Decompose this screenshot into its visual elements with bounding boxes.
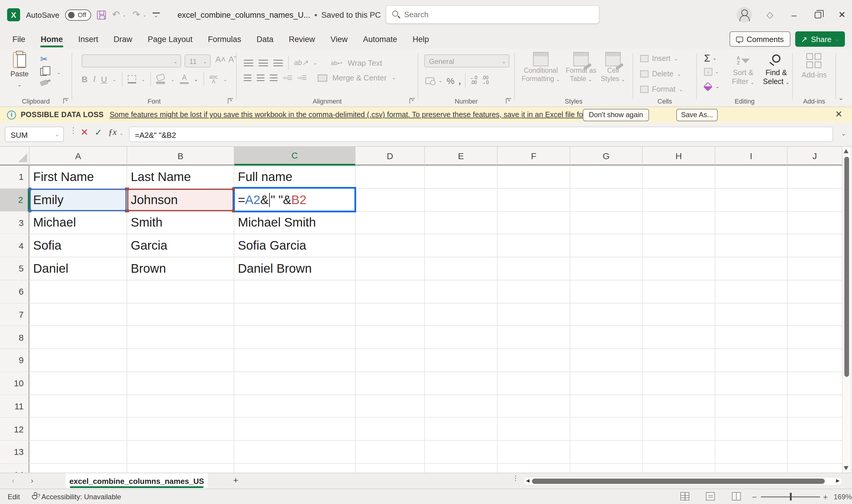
cell-g11[interactable] xyxy=(570,395,642,418)
customize-quick-access-icon[interactable]: ⌄ xyxy=(152,12,160,17)
cell-b11[interactable] xyxy=(127,395,234,418)
column-header-g[interactable]: G xyxy=(570,147,642,166)
middle-align-icon[interactable] xyxy=(258,59,268,66)
cell-j1[interactable] xyxy=(787,166,842,189)
restore-button[interactable] xyxy=(815,12,821,18)
cell-b3[interactable]: Smith xyxy=(127,212,234,235)
percent-style-button[interactable]: % xyxy=(447,75,454,86)
cell-j10[interactable] xyxy=(787,372,842,395)
cell-a3[interactable]: Michael xyxy=(30,212,127,235)
select-all-button[interactable] xyxy=(0,147,30,166)
cell-b2[interactable]: Johnson xyxy=(127,189,234,212)
cell-d2[interactable] xyxy=(356,189,425,212)
accounting-format-icon[interactable] xyxy=(425,77,434,84)
cell-f3[interactable] xyxy=(497,212,570,235)
cell-h5[interactable] xyxy=(642,257,715,281)
cell-i11[interactable] xyxy=(715,395,787,418)
cell-b12[interactable] xyxy=(127,418,234,441)
row-header-9[interactable]: 9 xyxy=(0,349,30,372)
cell-j2[interactable] xyxy=(787,189,842,212)
cell-c3[interactable]: Michael Smith xyxy=(234,212,356,235)
sheet-tab-active[interactable]: excel_combine_columns_names_US xyxy=(66,473,208,489)
cell-d4[interactable] xyxy=(356,235,425,258)
cell-f10[interactable] xyxy=(497,372,570,395)
cell-g7[interactable] xyxy=(570,303,642,326)
saved-status[interactable]: Saved to this PC xyxy=(321,10,381,19)
copy-chevron-icon[interactable]: ⌄ xyxy=(57,70,61,75)
merge-center-button[interactable]: Merge & Center xyxy=(332,73,387,82)
tab-automate[interactable]: Automate xyxy=(355,30,405,49)
horizontal-scroll-thumb[interactable] xyxy=(532,479,825,484)
clear-icon[interactable] xyxy=(703,82,712,91)
cell-g6[interactable] xyxy=(570,281,642,304)
format-cells-button[interactable]: Format⌄ xyxy=(640,85,683,93)
tab-draw[interactable]: Draw xyxy=(106,30,140,49)
cell-a11[interactable] xyxy=(30,395,127,418)
tab-data[interactable]: Data xyxy=(249,30,281,49)
format-painter-icon[interactable] xyxy=(40,79,49,86)
comments-button[interactable]: Comments xyxy=(729,31,791,47)
cell-j6[interactable] xyxy=(787,281,842,304)
cell-h9[interactable] xyxy=(642,349,715,372)
cell-d11[interactable] xyxy=(356,395,425,418)
row-header-6[interactable]: 6 xyxy=(0,281,30,304)
cell-i6[interactable] xyxy=(715,281,787,304)
cell-h11[interactable] xyxy=(642,395,715,418)
top-align-icon[interactable] xyxy=(244,59,253,66)
cell-i3[interactable] xyxy=(715,212,787,235)
page-break-view-button[interactable] xyxy=(732,492,741,501)
find-select-button[interactable]: Find & Select ⌄ xyxy=(761,53,792,87)
cell-g8[interactable] xyxy=(570,326,642,349)
row-header-5[interactable]: 5 xyxy=(0,257,30,281)
formula-bar-drag-handle[interactable]: ⋮ xyxy=(69,127,77,134)
cell-a9[interactable] xyxy=(30,349,127,372)
row-header-11[interactable]: 11 xyxy=(0,395,30,418)
bold-button[interactable]: B xyxy=(81,74,88,84)
tab-home[interactable]: Home xyxy=(33,30,71,49)
row-header-1[interactable]: 1 xyxy=(0,166,30,189)
cell-d13[interactable] xyxy=(356,441,425,464)
search-input[interactable] xyxy=(404,10,570,19)
enter-icon[interactable]: ✓ xyxy=(95,128,102,137)
scroll-down-icon[interactable] xyxy=(844,466,849,470)
tab-file[interactable]: File xyxy=(5,30,33,49)
font-name-select[interactable]: ⌄ xyxy=(81,54,181,68)
row-header-14[interactable]: 14 xyxy=(0,464,30,473)
cell-e11[interactable] xyxy=(425,395,497,418)
cell-e10[interactable] xyxy=(425,372,497,395)
cell-d7[interactable] xyxy=(356,303,425,326)
close-button[interactable]: ✕ xyxy=(835,10,849,20)
redo-icon[interactable]: ↷ xyxy=(132,10,140,19)
insert-function-chevron-icon[interactable]: ⌄ xyxy=(120,131,123,136)
align-center-icon[interactable] xyxy=(257,74,265,81)
cell-b1[interactable]: Last Name xyxy=(127,166,234,189)
cell-e13[interactable] xyxy=(425,441,497,464)
cell-d5[interactable] xyxy=(356,257,425,281)
cell-c11[interactable] xyxy=(234,395,356,418)
cell-g9[interactable] xyxy=(570,349,642,372)
cell-c12[interactable] xyxy=(234,418,356,441)
cell-e9[interactable] xyxy=(425,349,497,372)
cell-f14[interactable] xyxy=(497,464,570,473)
fill-chevron-icon[interactable]: ⌄ xyxy=(715,69,719,74)
tab-review[interactable]: Review xyxy=(281,30,323,49)
increase-font-size-button[interactable]: A˄ xyxy=(215,54,226,64)
name-box[interactable]: SUM ⌄ xyxy=(5,127,64,142)
cell-g12[interactable] xyxy=(570,418,642,441)
cell-j11[interactable] xyxy=(787,395,842,418)
italic-button[interactable]: I xyxy=(93,74,95,84)
cell-j9[interactable] xyxy=(787,349,842,372)
cell-e2[interactable] xyxy=(425,189,497,212)
column-header-i[interactable]: I xyxy=(715,147,787,166)
cell-f4[interactable] xyxy=(497,235,570,258)
undo-chevron-icon[interactable]: ⌄ xyxy=(123,12,126,17)
cell-f5[interactable] xyxy=(497,257,570,281)
conditional-formatting-button[interactable]: Conditional Formatting ⌄ xyxy=(521,52,561,84)
cancel-icon[interactable]: ✕ xyxy=(80,128,88,137)
cell-f13[interactable] xyxy=(497,441,570,464)
cell-j14[interactable] xyxy=(787,464,842,473)
cell-f2[interactable] xyxy=(497,189,570,212)
cell-g13[interactable] xyxy=(570,441,642,464)
cell-f9[interactable] xyxy=(497,349,570,372)
row-header-8[interactable]: 8 xyxy=(0,326,30,349)
